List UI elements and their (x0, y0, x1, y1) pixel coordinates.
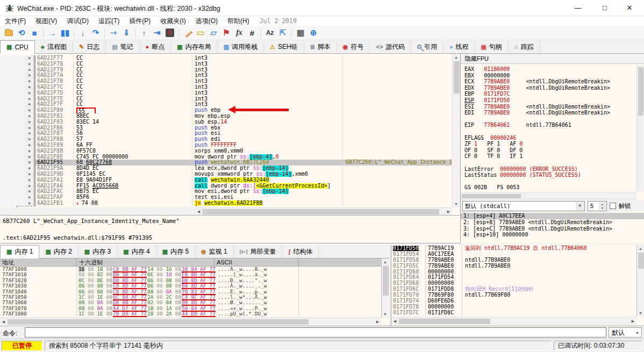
breakpoint-dot-icon[interactable]: ● (28, 184, 30, 188)
execute-till-return-icon[interactable]: ↑ (138, 27, 151, 39)
register-row[interactable]: EDI 77B9ABE0 <ntdll.DbgUiRemoteBreakin> (464, 110, 636, 116)
menu-帮助H[interactable]: 帮助(H) (223, 17, 254, 25)
disasm-row[interactable]: ●6AD21FAF85F6test esi,esi (0, 195, 452, 200)
disasm-row[interactable]: ●6AD21F818BECmov ebp,esp (0, 113, 452, 119)
tab-cpu[interactable]: ▦CPU (0, 40, 35, 54)
tab-dump-4[interactable]: ▦内存 4 (117, 245, 156, 258)
tab-call-stack[interactable]: ▥调用堆栈 (218, 40, 264, 53)
menu-选项O[interactable]: 选项(O) (191, 17, 223, 25)
breakpoint-dot-icon[interactable]: ● (28, 91, 30, 95)
stack-argument-row[interactable]: 2: [esp+8] 77B9ABE0 <ntdll.DbgUiRemoteBr… (461, 219, 644, 226)
breakpoint-dot-icon[interactable]: ● (28, 126, 30, 130)
stack-rows[interactable]: 0171FD5077B9AC19返回到 ntdll.77B9AC19 自 ntd… (391, 246, 636, 316)
open-file-icon[interactable] (2, 27, 15, 39)
tab-seh[interactable]: ⚠SEH链 (264, 40, 304, 53)
disasm-row[interactable]: ●6AD21F8756push esi (0, 131, 452, 137)
command-scope-dropdown[interactable]: 默认 ▼ (609, 327, 642, 337)
disasm-row[interactable]: ●6AD21F9A8D4D EClea ecx,dword ptr ss:[eb… (0, 166, 452, 171)
tab-dump-5[interactable]: ▦内存 5 (156, 245, 195, 258)
tab-source[interactable]: <>源代码 (370, 40, 411, 53)
argument-count-stepper[interactable]: 5 ▲ ▼ (588, 201, 607, 211)
breakpoint-dot-icon[interactable]: ● (28, 201, 30, 205)
disasm-row[interactable]: ●6AD21F7DCCint3 (0, 90, 452, 96)
disasm-row[interactable]: ●6AD21F9568 60C2776Bpush wechatwin.6B77C… (0, 160, 452, 166)
trace-into-icon[interactable]: ⇢ (107, 27, 120, 39)
tab-notes[interactable]: ▤笔记 (106, 40, 139, 53)
hide-fpu-button[interactable]: 隐藏FPU (461, 54, 644, 64)
bookmarks-icon[interactable]: ⚑ (220, 27, 233, 39)
memory-horizontal-scrollbar[interactable]: ◀ ▶ (0, 318, 381, 325)
disasm-row[interactable]: ●6AD21F7ECCint3 (0, 96, 452, 102)
stack-horizontal-scrollbar[interactable]: ◀ ▶ (391, 317, 636, 325)
command-input[interactable] (25, 327, 606, 337)
breakpoint-dot-icon[interactable]: ● (28, 143, 30, 147)
register-row[interactable]: EBP 0171FD7C (464, 91, 636, 97)
pause-icon[interactable]: ▮▮ (59, 27, 71, 39)
calling-convention-select[interactable]: 默认 (stdcall) ▼ (462, 201, 585, 211)
disasm-row[interactable]: ●6AD21FAC8B75 ECmov esi,dword ptr ss:[eb… (0, 189, 452, 195)
register-row[interactable]: EBX 00000000 (464, 73, 636, 79)
hash-icon[interactable]: # (246, 27, 259, 39)
breakpoint-dot-icon[interactable]: ● (28, 189, 30, 193)
breakpoint-dot-icon[interactable]: ● (28, 149, 30, 153)
tab-locals[interactable]: [x=]局部变量 (234, 245, 283, 258)
run-to-user-code-icon[interactable]: ⇥ (151, 27, 163, 39)
register-row[interactable] (464, 160, 636, 166)
register-row[interactable]: EFLAGS 00000246 (464, 135, 636, 141)
tab-struct[interactable]: ʃ结构体 (283, 245, 319, 258)
tab-dump-2[interactable]: ▦内存 2 (39, 245, 78, 258)
tab-threads[interactable]: »线程 (443, 40, 475, 53)
trace-over-icon[interactable]: ⇓ (120, 27, 133, 39)
globe-icon[interactable]: ⊕ (307, 27, 320, 39)
breakpoint-dot-icon[interactable]: ● (28, 108, 30, 112)
scyllahide-icon[interactable]: S (163, 27, 176, 39)
spin-down-icon[interactable]: ▼ (599, 206, 606, 210)
breakpoint-dot-icon[interactable]: ● (28, 195, 30, 199)
menu-追踪T[interactable]: 追踪(T) (94, 17, 124, 25)
register-row[interactable]: ESI 77B9ABE0 <ntdll.DbgUiRemoteBreakin> (464, 104, 636, 110)
register-row[interactable] (464, 178, 636, 185)
tab-trace[interactable]: ∴跟踪 (509, 40, 540, 53)
breakpoint-dot-icon[interactable]: ● (28, 68, 30, 72)
unlock-checkbox[interactable] (610, 203, 616, 209)
disasm-row[interactable]: ●6AD21FB1∨ 74 08je wechatwin.6AD21FBB (0, 200, 452, 206)
disasm-row[interactable]: ●6AD21F8857push edi (0, 137, 452, 142)
registers-vertical-scrollbar[interactable] (636, 65, 644, 192)
breakpoint-dot-icon[interactable]: ● (28, 120, 30, 124)
register-row[interactable]: OF 0 SF 0 DF 0 (464, 147, 636, 154)
memory-rows[interactable]: 77AF100016 00 18 00C0 8B AF 7714 00 16 0… (0, 267, 381, 317)
disasm-row[interactable]: ●6AD21F8383EC 14sub esp,14 (0, 119, 452, 125)
disasm-row[interactable]: ●6AD21F77CCint3 (0, 55, 452, 61)
attach-icon[interactable]: ⇱ (276, 27, 289, 39)
tab-handles[interactable]: ▣句柄 (475, 40, 508, 53)
memory-row[interactable]: 77AF10801C 00 1E 0070 D9 AF 7728 00 2A 0… (0, 311, 381, 317)
tab-dump-3[interactable]: ▦内存 3 (78, 245, 117, 258)
register-row[interactable]: GS 002B FS 0053 (464, 184, 636, 191)
strings-icon[interactable]: Az (263, 27, 276, 39)
register-row[interactable] (464, 128, 636, 135)
stack-row[interactable]: 0171FD5C77B9ABE0ntdll.77B9ABE0 (391, 263, 636, 269)
maximize-button[interactable]: □ (592, 0, 617, 16)
disasm-row[interactable]: ●6AD21F7BCCint3 (0, 78, 452, 84)
disasm-row[interactable]: ●6AD21F78CCint3 (0, 61, 452, 67)
disasm-row[interactable]: ●6AD21FA1E8 9A04D1FFcall wechatwin.6AA32… (0, 177, 452, 183)
menu-调试D[interactable]: 调试(D) (62, 17, 94, 25)
register-row[interactable]: EDX 77B9ABE0 <ntdll.DbgUiRemoteBreakin> (464, 85, 636, 91)
tab-references[interactable]: 引用 (411, 40, 443, 53)
register-row[interactable]: EAX 01186000 (464, 66, 636, 73)
calculator-icon[interactable]: ▦ (294, 27, 307, 39)
memory-vertical-scrollbar[interactable]: ▲ ▼ (381, 258, 389, 318)
menu-文件F[interactable]: 文件(F) (0, 17, 31, 25)
breakpoint-dot-icon[interactable]: ● (28, 178, 30, 182)
stack-argument-row[interactable]: 1: [esp+4] A0C17EEA (461, 213, 644, 219)
breakpoint-dot-icon[interactable]: ● (28, 97, 30, 101)
disasm-horizontal-scrollbar[interactable]: ◀ ▶ (195, 207, 452, 215)
disasm-row[interactable]: ●6AD21F7CCCint3 (0, 84, 452, 90)
breakpoint-dot-icon[interactable]: ● (28, 102, 30, 106)
breakpoint-dot-icon[interactable]: ● (28, 137, 30, 141)
disasm-row[interactable]: ●6AD21FA6FF15 ACD5566Bcall dword ptr ds:… (0, 183, 452, 189)
menu-插件P[interactable]: 插件(P) (124, 17, 155, 25)
breakpoint-dot-icon[interactable]: ● (28, 85, 30, 89)
disassembly-pane[interactable]: ●6AD21F77CCint3●6AD21F78CCint3●6AD21F79C… (0, 54, 460, 215)
tab-dump-1[interactable]: ▦内存 1 (0, 245, 39, 258)
